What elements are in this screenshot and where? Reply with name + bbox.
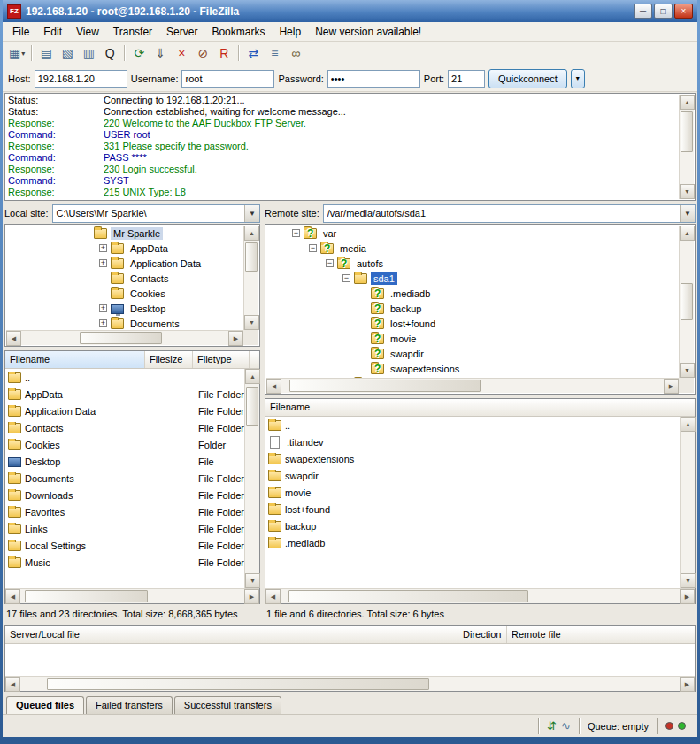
remote-list-hscrollbar[interactable]: ◀▶ [265, 588, 695, 603]
scrollbar-track[interactable] [281, 379, 664, 393]
file-row[interactable]: .. [5, 369, 244, 386]
scroll-up-button[interactable]: ▲ [680, 95, 695, 110]
disconnect-button[interactable]: ⊘ [192, 43, 213, 64]
tree-item[interactable]: Contacts [6, 271, 243, 286]
file-row[interactable]: .mediadb [265, 534, 680, 551]
log-scrollbar[interactable]: ▲▼ [679, 95, 694, 199]
speed-limits-icon[interactable]: ⇵ [547, 720, 557, 732]
tab-queued-files[interactable]: Queued files [6, 696, 84, 714]
tree-item[interactable]: swapextensions [266, 361, 679, 376]
tree-item[interactable]: lost+found [266, 316, 679, 331]
local-list-hscrollbar[interactable]: ◀▶ [5, 588, 259, 603]
process-queue-button[interactable]: ⇓ [150, 43, 171, 64]
local-site-combo[interactable]: C:\Users\Mr Sparkle\ ▼ [52, 204, 260, 223]
file-row[interactable]: lost+found [265, 501, 680, 518]
tree-item[interactable]: backup [266, 301, 679, 316]
host-input[interactable] [35, 70, 127, 88]
collapse-icon[interactable]: − [326, 259, 334, 267]
file-row[interactable]: Application DataFile Folder [5, 403, 244, 419]
file-row[interactable]: backup [265, 518, 680, 534]
file-row[interactable]: DocumentsFile Folder [5, 470, 244, 487]
column-header-filename[interactable]: Filename [265, 399, 695, 416]
tree-item[interactable]: −media [266, 241, 679, 256]
scrollbar-thumb[interactable] [681, 283, 693, 319]
local-tree-vscrollbar[interactable]: ▲▼ [243, 226, 258, 330]
column-header-server-local-file[interactable]: Server/Local file [5, 626, 458, 643]
scroll-left-button[interactable]: ◀ [5, 677, 20, 692]
scrollbar-thumb[interactable] [681, 111, 693, 152]
file-row[interactable]: FavoritesFile Folder [5, 503, 244, 520]
tree-item[interactable]: −sda1 [266, 271, 679, 286]
scroll-left-button[interactable]: ◀ [265, 589, 281, 604]
tree-item[interactable]: Mr Sparkle [6, 226, 243, 241]
tree-item[interactable]: +Documents [6, 316, 243, 330]
menu-item-transfer[interactable]: Transfer [107, 24, 158, 40]
scrollbar-thumb[interactable] [80, 332, 163, 344]
local-list-vscrollbar[interactable]: ▲▼ [244, 369, 259, 588]
column-header-direction[interactable]: Direction [458, 626, 507, 643]
file-row[interactable]: .. [265, 417, 680, 433]
username-input[interactable] [181, 70, 274, 88]
scroll-right-button[interactable]: ▶ [680, 677, 695, 692]
quickconnect-dropdown-button[interactable]: ▾ [571, 69, 585, 88]
filter-button[interactable]: Q [99, 43, 120, 64]
queue-hscrollbar[interactable]: ◀▶ [5, 676, 695, 691]
find-files-button[interactable]: ∞ [285, 43, 306, 64]
tree-item[interactable]: movie [266, 331, 679, 346]
menu-item-new-version-available[interactable]: New version available! [309, 24, 427, 40]
activity-icon[interactable]: ∿ [561, 720, 571, 732]
close-button[interactable]: × [674, 4, 693, 19]
synchronized-browsing-button[interactable]: ⇄ [242, 43, 264, 64]
local-tree-hscrollbar[interactable]: ◀▶ [6, 330, 243, 345]
scroll-up-button[interactable]: ▲ [681, 417, 696, 432]
password-input[interactable] [327, 70, 420, 88]
tree-item[interactable]: .mediadb [266, 286, 679, 301]
local-site-dropdown-icon[interactable]: ▼ [244, 205, 259, 222]
tree-item[interactable]: −var [266, 226, 679, 241]
scrollbar-track[interactable] [680, 110, 694, 184]
tab-successful-transfers[interactable]: Successful transfers [174, 696, 281, 714]
tree-item[interactable]: swapdir [266, 346, 679, 361]
scroll-down-button[interactable]: ▼ [680, 363, 695, 378]
scroll-right-button[interactable]: ▶ [244, 589, 259, 604]
tree-item[interactable]: +AppData [6, 241, 243, 256]
menu-item-file[interactable]: File [6, 24, 35, 40]
menu-item-view[interactable]: View [70, 24, 105, 40]
tab-failed-transfers[interactable]: Failed transfers [86, 696, 173, 714]
local-tree-toggle-button[interactable]: ▧ [57, 43, 78, 64]
expand-icon[interactable]: + [99, 304, 107, 312]
scrollbar-track[interactable] [244, 241, 258, 315]
scroll-up-button[interactable]: ▲ [680, 226, 695, 241]
column-header-remote-file[interactable]: Remote file [507, 626, 695, 643]
remote-tree-hscrollbar[interactable]: ◀▶ [266, 378, 679, 393]
scrollbar-thumb[interactable] [25, 590, 148, 602]
file-row[interactable]: ContactsFile Folder [5, 419, 244, 436]
remote-site-combo[interactable]: /var/media/autofs/sda1 ▼ [323, 204, 696, 223]
port-input[interactable] [448, 70, 485, 88]
file-row[interactable]: .titandev [265, 433, 680, 450]
remote-list-vscrollbar[interactable]: ▲▼ [680, 417, 695, 588]
menu-item-help[interactable]: Help [273, 24, 307, 40]
scrollbar-track[interactable] [281, 589, 680, 603]
collapse-icon[interactable]: − [342, 274, 350, 282]
column-header-filesize[interactable]: Filesize [145, 351, 193, 368]
scrollbar-thumb[interactable] [289, 380, 481, 392]
scroll-up-button[interactable]: ▲ [244, 226, 259, 241]
scroll-left-button[interactable]: ◀ [5, 589, 20, 604]
remote-tree-toggle-button[interactable]: ▥ [78, 43, 99, 64]
scrollbar-track[interactable] [20, 677, 680, 691]
scroll-down-button[interactable]: ▼ [680, 184, 695, 199]
scrollbar-track[interactable] [681, 432, 695, 573]
scrollbar-track[interactable] [245, 384, 259, 573]
file-row[interactable]: DesktopFile [5, 453, 244, 470]
expand-icon[interactable]: + [99, 244, 107, 252]
menu-item-server[interactable]: Server [160, 24, 204, 40]
expand-icon[interactable]: + [99, 319, 107, 327]
scroll-right-button[interactable]: ▶ [664, 379, 679, 394]
site-manager-button[interactable]: ▦▾ [6, 43, 27, 64]
file-row[interactable]: swapdir [265, 467, 680, 484]
file-row[interactable]: Local SettingsFile Folder [5, 537, 244, 554]
directory-comparison-button[interactable]: ≡ [264, 43, 285, 64]
scroll-left-button[interactable]: ◀ [266, 379, 281, 394]
collapse-icon[interactable]: − [292, 229, 300, 237]
